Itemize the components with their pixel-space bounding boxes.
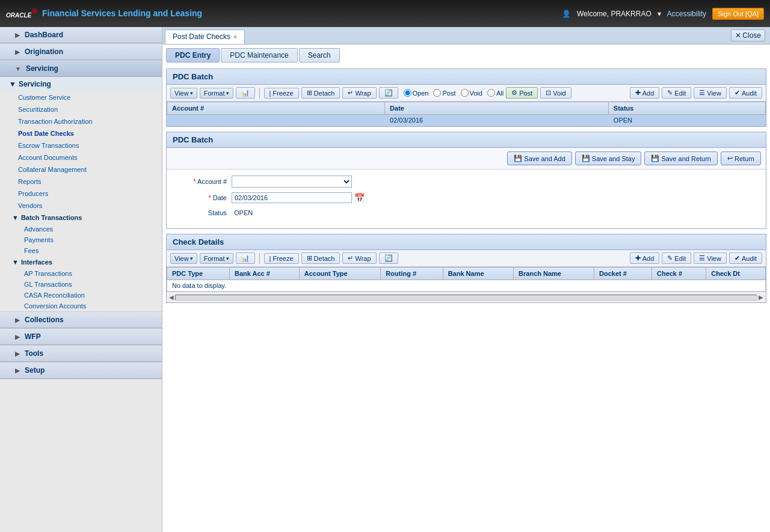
view-button-top[interactable]: ☰ View (694, 87, 727, 99)
date-input[interactable] (232, 192, 352, 203)
check-edit-button[interactable]: ✎ Edit (662, 252, 691, 264)
save-stay-button[interactable]: 💾 Save and Stay (575, 151, 642, 165)
sidebar-item-dashboard[interactable]: ▶ DashBoard (0, 27, 162, 43)
cell-account (167, 115, 385, 126)
sidebar-item-account-documents[interactable]: Account Documents (0, 151, 162, 164)
scroll-right-arrow[interactable]: ▶ (757, 294, 765, 301)
sidebar-item-wfp[interactable]: ▶ WFP (0, 329, 162, 345)
radio-post-input[interactable] (433, 89, 441, 97)
save-add-button[interactable]: 💾 Save and Add (507, 151, 572, 165)
check-excel-button[interactable]: 📊 (236, 252, 255, 264)
add-button-top[interactable]: ✚ Add (630, 87, 660, 99)
check-freeze-button[interactable]: | Freeze (264, 253, 299, 264)
tab-post-date-checks[interactable]: Post Date Checks × (165, 29, 245, 44)
save-return-button[interactable]: 💾 Save and Return (644, 151, 718, 165)
radio-all[interactable]: All (487, 89, 504, 97)
add-label-top: Add (642, 90, 654, 97)
sidebar-item-gl-transactions[interactable]: GL Transactions (0, 279, 162, 290)
sidebar-item-payments[interactable]: Payments (0, 234, 162, 245)
check-wrap-button[interactable]: ↵ Wrap (342, 252, 376, 264)
scroll-track[interactable] (175, 295, 757, 301)
calendar-icon[interactable]: 📅 (354, 193, 365, 203)
sidebar-item-customer-service[interactable]: Customer Service (0, 91, 162, 103)
sidebar-item-collections[interactable]: ▶ Collections (0, 312, 162, 328)
header: ORACLE® Financial Services Lending and L… (0, 0, 770, 27)
table-row[interactable]: 02/03/2016 OPEN (167, 115, 766, 126)
sidebar-subgroup-interfaces[interactable]: ▼ Interfaces (0, 256, 162, 268)
check-refresh-button[interactable]: 🔄 (379, 252, 398, 264)
signout-button[interactable]: Sign Out [QA] (712, 8, 764, 20)
status-value: OPEN (232, 208, 255, 218)
audit-button-top[interactable]: ✔ Audit (729, 87, 762, 99)
freeze-button[interactable]: | Freeze (264, 88, 299, 99)
sidebar-subgroup-batch-transactions[interactable]: ▼ Batch Transactions (0, 212, 162, 224)
sidebar-item-producers[interactable]: Producers (0, 188, 162, 200)
sidebar-label-servicing: Servicing (26, 64, 58, 73)
sidebar-item-escrow-transactions[interactable]: Escrow Transactions (0, 139, 162, 151)
check-view-button[interactable]: ☰ View (694, 252, 727, 264)
accessibility-link[interactable]: Accessibility (667, 10, 706, 18)
radio-void[interactable]: Void (461, 89, 482, 97)
check-add-button[interactable]: ✚ Add (630, 252, 660, 264)
sidebar-item-collateral-management[interactable]: Collateral Management (0, 164, 162, 176)
radio-void-input[interactable] (461, 89, 469, 97)
tab-pdc-entry[interactable]: PDC Entry (166, 48, 220, 63)
sidebar-item-origination[interactable]: ▶ Origination (0, 44, 162, 60)
check-view-label: View (174, 255, 189, 262)
sidebar-item-post-date-checks[interactable]: Post Date Checks (0, 127, 162, 139)
pdc-batch-form-body: 💾 Save and Add 💾 Save and Stay 💾 Save an… (167, 148, 766, 228)
col-docket: Docket # (594, 268, 652, 280)
sidebar-item-reports[interactable]: Reports (0, 176, 162, 188)
scroll-left-arrow[interactable]: ◀ (168, 294, 175, 301)
sidebar-item-fees[interactable]: Fees (0, 245, 162, 256)
tab-close-icon[interactable]: × (233, 33, 237, 40)
sidebar-subgroup-interfaces-label: Interfaces (21, 258, 52, 266)
check-format-label: Format (204, 255, 225, 262)
sidebar-item-casa-reconciliation[interactable]: CASA Reconciliation (0, 290, 162, 301)
sidebar-section-dashboard: ▶ DashBoard (0, 27, 162, 44)
check-freeze-label: Freeze (273, 255, 293, 262)
sidebar-item-tools[interactable]: ▶ Tools (0, 346, 162, 362)
oracle-logo: ORACLE® (6, 7, 37, 20)
excel-export-button[interactable]: 📊 (236, 87, 255, 99)
col-account-num: Account # (167, 102, 385, 115)
check-format-dropdown[interactable]: Format ▾ (200, 253, 233, 264)
detach-button[interactable]: ⊞ Detach (301, 87, 340, 99)
content-area: Post Date Checks × ✕ Close PDC Entry PDC… (162, 27, 770, 532)
edit-button-top[interactable]: ✎ Edit (662, 87, 691, 99)
sidebar-item-setup[interactable]: ▶ Setup (0, 362, 162, 379)
radio-all-input[interactable] (487, 89, 495, 97)
check-view-dropdown[interactable]: View ▾ (170, 253, 197, 264)
radio-open-input[interactable] (404, 89, 411, 97)
dropdown-icon[interactable]: ▾ (658, 10, 661, 18)
format-dropdown-button[interactable]: Format ▾ (200, 88, 233, 99)
refresh-button[interactable]: 🔄 (379, 87, 398, 99)
tab-pdc-maintenance[interactable]: PDC Maintenance (221, 48, 297, 63)
sidebar-label-dashboard: DashBoard (25, 31, 63, 39)
check-audit-button[interactable]: ✔ Audit (729, 252, 762, 264)
view-dropdown-button[interactable]: View ▾ (170, 88, 197, 99)
tab-search[interactable]: Search (299, 48, 340, 63)
sidebar-item-securitization[interactable]: Securitization (0, 103, 162, 115)
sidebar-item-transaction-auth[interactable]: Transaction Authorization (0, 115, 162, 127)
sidebar-item-ap-transactions[interactable]: AP Transactions (0, 268, 162, 279)
sidebar-item-advances[interactable]: Advances (0, 224, 162, 234)
cell-status: OPEN (608, 115, 765, 126)
close-button[interactable]: ✕ Close (731, 29, 765, 41)
return-button[interactable]: ↩ Return (721, 151, 761, 165)
table-scroll-bar[interactable]: ◀ ▶ (167, 292, 766, 302)
radio-open[interactable]: Open (404, 89, 429, 97)
sidebar-item-vendors[interactable]: Vendors (0, 200, 162, 212)
sidebar-item-servicing-header[interactable]: ▼ Servicing (0, 61, 162, 77)
radio-post[interactable]: Post (433, 89, 455, 97)
post-button[interactable]: ⚙ Post (506, 87, 538, 99)
void-button[interactable]: ⊡ Void (540, 87, 571, 99)
sidebar-group-servicing[interactable]: ▼ Servicing (0, 77, 162, 91)
account-select[interactable] (232, 176, 352, 188)
check-detach-button[interactable]: ⊞ Detach (301, 252, 340, 264)
toolbar-separator (259, 88, 260, 99)
sidebar-item-conversion-accounts[interactable]: Conversion Accounts (0, 301, 162, 311)
pdc-batch-top-body: View ▾ Format ▾ 📊 (167, 85, 766, 126)
sidebar-section-origination: ▶ Origination (0, 44, 162, 61)
wrap-button[interactable]: ↵ Wrap (342, 87, 376, 99)
